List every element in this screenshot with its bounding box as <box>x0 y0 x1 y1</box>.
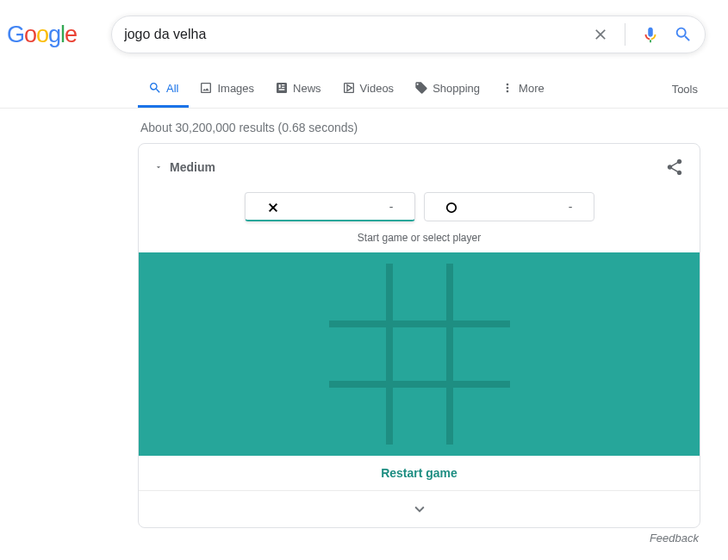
video-icon <box>342 81 356 95</box>
google-logo[interactable]: G o o g l e <box>7 22 77 48</box>
chevron-down-icon <box>410 500 429 519</box>
tab-shopping[interactable]: Shopping <box>404 72 490 108</box>
tools-button[interactable]: Tools <box>672 74 698 106</box>
x-symbol <box>266 196 280 216</box>
player-o-score: - <box>569 200 573 214</box>
restart-button[interactable]: Restart game <box>381 466 457 480</box>
search-icon[interactable] <box>674 25 693 44</box>
tag-icon <box>414 81 428 95</box>
o-symbol <box>445 198 457 215</box>
cell-1-0[interactable] <box>329 326 386 383</box>
tab-videos[interactable]: Videos <box>332 72 405 108</box>
mic-icon[interactable] <box>641 25 660 44</box>
cell-1-1[interactable] <box>391 326 448 383</box>
tab-all[interactable]: All <box>138 72 189 108</box>
tictactoe-card: Medium - - Start game or select player <box>138 143 700 528</box>
search-icon <box>148 81 162 95</box>
dropdown-icon <box>154 163 163 171</box>
difficulty-label: Medium <box>170 160 215 174</box>
svg-point-0 <box>446 202 456 212</box>
tab-more[interactable]: More <box>490 72 555 108</box>
search-box[interactable] <box>111 16 706 53</box>
difficulty-selector[interactable]: Medium <box>154 160 215 174</box>
player-o-button[interactable]: - <box>424 192 594 221</box>
search-input[interactable] <box>124 27 592 42</box>
tab-label: All <box>166 82 178 95</box>
cell-0-2[interactable] <box>453 264 510 320</box>
results-stats: About 30,200,000 results (0.68 seconds) <box>0 109 728 143</box>
cell-2-1[interactable] <box>391 388 448 445</box>
game-board <box>329 264 510 445</box>
game-instruction: Start game or select player <box>139 227 700 252</box>
image-icon <box>199 81 213 95</box>
tab-label: Videos <box>360 82 395 95</box>
tab-label: News <box>293 82 321 95</box>
share-icon <box>665 158 684 177</box>
cell-1-2[interactable] <box>453 326 510 383</box>
player-x-score: - <box>389 200 394 214</box>
cell-0-1[interactable] <box>391 264 448 320</box>
player-x-button[interactable]: - <box>245 192 415 221</box>
divider <box>625 23 625 46</box>
dots-icon <box>501 81 514 95</box>
game-board-area <box>139 252 700 456</box>
expand-button[interactable] <box>139 491 700 527</box>
tab-label: Images <box>217 82 254 95</box>
feedback-link[interactable]: Feedback <box>650 532 699 544</box>
share-button[interactable] <box>665 158 684 177</box>
tab-label: More <box>519 82 544 95</box>
news-icon <box>275 81 289 95</box>
clear-icon[interactable] <box>592 26 609 43</box>
search-tabs: All Images News Videos Shopping More <box>138 72 555 108</box>
cell-2-0[interactable] <box>329 388 386 445</box>
cell-2-2[interactable] <box>453 388 510 445</box>
tab-images[interactable]: Images <box>189 72 264 108</box>
cell-0-0[interactable] <box>329 264 386 320</box>
tab-label: Shopping <box>432 82 480 95</box>
tab-news[interactable]: News <box>264 72 332 108</box>
